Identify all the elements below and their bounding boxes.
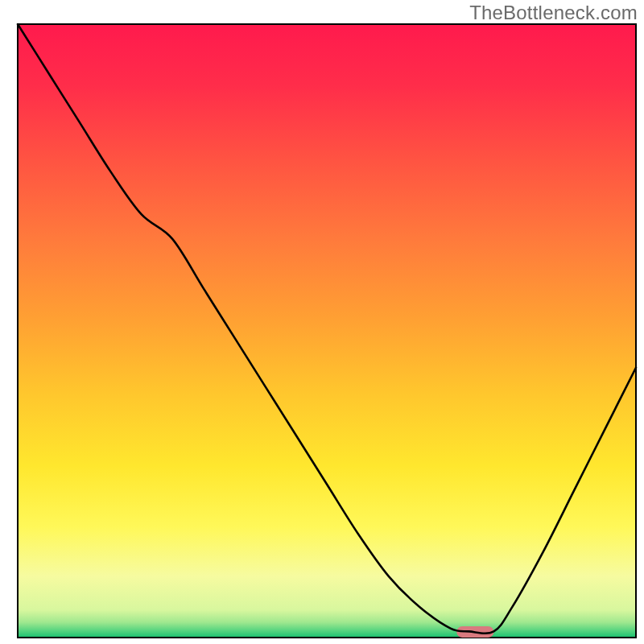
chart-svg [0,0,644,644]
gradient-background [18,24,636,638]
chart-canvas: TheBottleneck.com [0,0,644,644]
plot-area [18,24,636,638]
